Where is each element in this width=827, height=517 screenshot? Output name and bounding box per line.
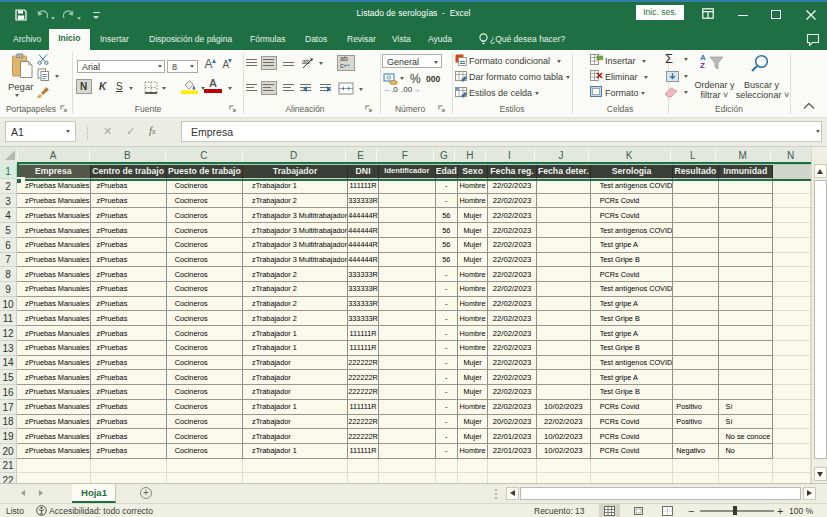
svg-text:ab: ab [302,58,310,65]
